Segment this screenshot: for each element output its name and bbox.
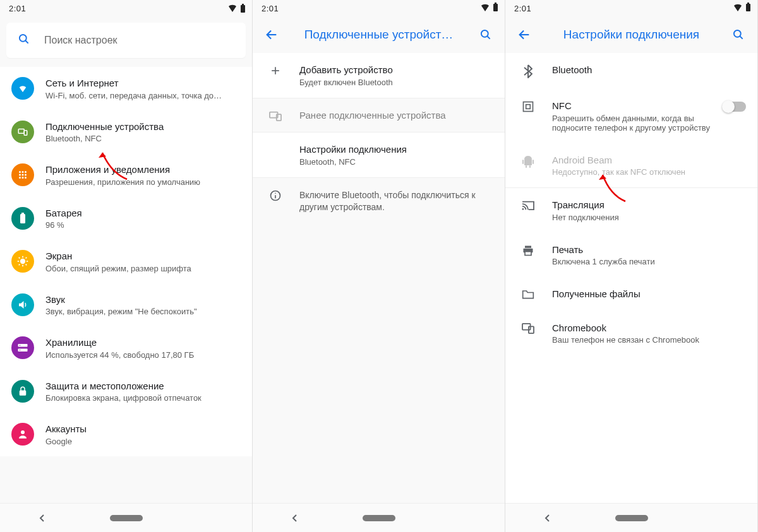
back-button[interactable] xyxy=(512,22,537,47)
nfc-icon xyxy=(517,100,539,113)
svg-rect-0 xyxy=(241,5,245,13)
setting-network[interactable]: Сеть и ИнтернетWi-Fi, моб. сети, передач… xyxy=(0,67,252,110)
svg-rect-15 xyxy=(20,214,25,223)
setting-accounts[interactable]: АккаунтыGoogle xyxy=(0,413,252,456)
screen-connected-devices: 2:01 Подключенные устройст… Добавить уст… xyxy=(253,0,505,532)
wifi-icon xyxy=(480,3,490,14)
svg-rect-46 xyxy=(746,4,750,11)
svg-point-8 xyxy=(25,171,27,173)
blank-icon xyxy=(264,143,287,144)
bluetooth-info-row: Включите Bluetooth, чтобы подключиться к… xyxy=(253,178,505,225)
svg-point-11 xyxy=(25,174,27,176)
setting-battery[interactable]: Батарея96 % xyxy=(0,197,252,240)
status-time: 2:01 xyxy=(9,4,26,13)
svg-point-12 xyxy=(19,177,21,179)
received-files-row[interactable]: Полученные файлы xyxy=(505,277,757,311)
svg-rect-47 xyxy=(747,3,749,4)
cast-row[interactable]: ТрансляцияНет подключения xyxy=(505,188,757,233)
svg-point-28 xyxy=(20,345,21,346)
nav-home-button[interactable] xyxy=(101,509,152,528)
folder-icon xyxy=(517,288,539,300)
svg-point-60 xyxy=(522,208,524,210)
search-icon xyxy=(18,33,30,48)
nav-bar xyxy=(253,503,505,532)
svg-point-14 xyxy=(25,177,27,179)
nfc-row[interactable]: NFCРазрешить обмен данными, когда вы под… xyxy=(505,89,757,143)
wifi-icon xyxy=(11,77,34,100)
svg-rect-30 xyxy=(20,391,26,395)
nav-recents-spacer xyxy=(185,509,236,528)
nav-back-button[interactable] xyxy=(522,509,573,528)
status-bar: 2:01 xyxy=(253,0,505,16)
nav-bar xyxy=(0,503,252,532)
battery-icon xyxy=(11,207,34,230)
add-device-row[interactable]: Добавить устройствоБудет включен Bluetoo… xyxy=(253,53,505,98)
nav-home-button[interactable] xyxy=(354,509,404,528)
setting-sound[interactable]: ЗвукЗвук, вибрация, режим "Не беспокоить… xyxy=(0,283,252,327)
wifi-icon xyxy=(733,3,743,14)
search-input[interactable]: Поиск настроек xyxy=(6,23,246,58)
storage-icon xyxy=(11,336,34,359)
nav-back-button[interactable] xyxy=(17,509,68,528)
nav-back-button[interactable] xyxy=(270,509,320,528)
screen-settings-main: 2:01 Поиск настроек Сеть и ИнтернетWi-Fi… xyxy=(0,0,253,532)
search-placeholder: Поиск настроек xyxy=(44,35,117,46)
svg-rect-16 xyxy=(21,213,24,214)
screen-connection-preferences: 2:01 Настройки подключения Bluetooth NFC… xyxy=(505,0,758,532)
bluetooth-row[interactable]: Bluetooth xyxy=(505,53,757,89)
plus-icon xyxy=(264,64,287,77)
setting-security[interactable]: Защита и местоположениеБлокировка экрана… xyxy=(0,370,252,413)
nav-home-button[interactable] xyxy=(606,509,657,528)
nav-bar xyxy=(505,503,757,532)
status-bar: 2:01 xyxy=(505,0,757,16)
svg-point-9 xyxy=(19,174,21,176)
svg-point-2 xyxy=(20,35,27,42)
svg-point-49 xyxy=(734,30,741,37)
svg-line-22 xyxy=(19,257,20,259)
nfc-toggle[interactable] xyxy=(723,102,746,112)
status-time: 2:01 xyxy=(514,4,531,13)
bluetooth-icon xyxy=(517,64,539,78)
connection-preferences-row[interactable]: Настройки подключенияBluetooth, NFC xyxy=(253,133,505,177)
devices-icon xyxy=(11,121,34,143)
print-icon xyxy=(517,244,539,257)
svg-rect-59 xyxy=(529,165,531,168)
back-button[interactable] xyxy=(259,22,284,47)
setting-storage[interactable]: ХранилищеИспользуется 44 %, свободно 17,… xyxy=(0,326,252,370)
svg-point-36 xyxy=(481,30,488,37)
print-row[interactable]: ПечатьВключена 1 служба печати xyxy=(505,233,757,278)
svg-line-24 xyxy=(19,264,20,266)
devices-icon xyxy=(264,109,287,121)
setting-connected-devices[interactable]: Подключенные устройстваBluetooth, NFC xyxy=(0,110,252,154)
toolbar-title: Подключенные устройст… xyxy=(284,28,473,42)
previously-connected-row[interactable]: Ранее подключенные устройства xyxy=(253,98,505,133)
nav-recents-spacer xyxy=(438,509,488,528)
chromebook-row[interactable]: ChromebookВаш телефон не связан с Chrome… xyxy=(505,311,757,356)
setting-apps[interactable]: Приложения и уведомленияРазрешения, прил… xyxy=(0,153,252,197)
status-bar: 2:01 xyxy=(0,0,252,16)
battery-icon xyxy=(493,3,498,14)
svg-rect-58 xyxy=(526,165,527,168)
wifi-icon xyxy=(227,4,238,13)
svg-line-23 xyxy=(26,264,27,266)
svg-rect-33 xyxy=(493,4,498,11)
cast-icon xyxy=(517,199,539,211)
svg-point-29 xyxy=(20,350,21,351)
svg-line-25 xyxy=(26,257,27,259)
svg-rect-34 xyxy=(495,3,496,4)
nav-recents-spacer xyxy=(690,509,741,528)
android-beam-row: Android BeamНедоступно, так как NFC откл… xyxy=(505,143,757,188)
setting-display[interactable]: ЭкранОбои, спящий режим, размер шрифта xyxy=(0,240,252,283)
search-button[interactable] xyxy=(473,22,498,47)
svg-point-17 xyxy=(21,259,25,264)
search-button[interactable] xyxy=(726,22,751,47)
apps-icon xyxy=(11,163,34,186)
svg-rect-63 xyxy=(525,251,531,255)
svg-rect-5 xyxy=(24,130,27,135)
svg-point-13 xyxy=(22,177,24,179)
status-time: 2:01 xyxy=(262,4,279,13)
android-icon xyxy=(517,154,539,168)
sound-icon xyxy=(11,293,34,316)
svg-rect-52 xyxy=(526,105,531,109)
display-icon xyxy=(11,250,34,273)
